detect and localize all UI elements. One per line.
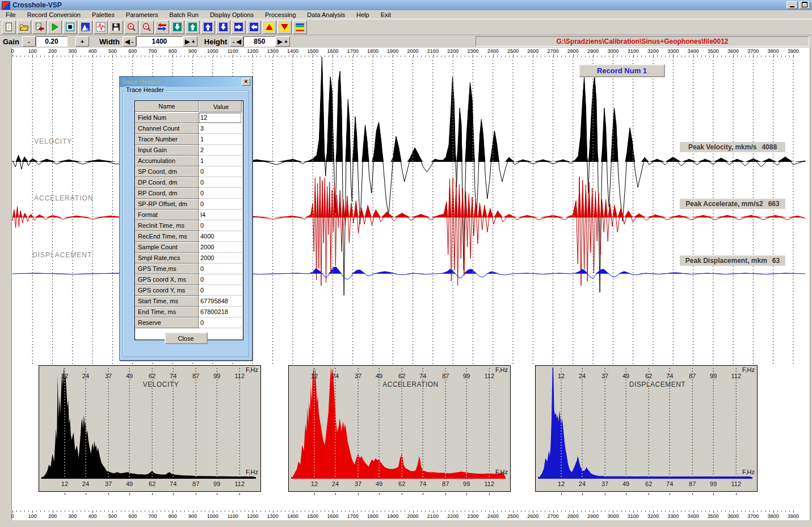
ruler-tick [77,56,77,57]
field-value[interactable]: 0 [199,188,242,199]
field-value[interactable]: 0 [199,199,242,210]
gain-value[interactable]: 0.20 [36,36,68,47]
dialog-close-icon[interactable]: × [242,78,250,86]
title-bar[interactable]: Crosshole-VSP [0,0,812,10]
field-name: End Time, ms [135,307,199,317]
field-value[interactable]: 0 [199,177,242,188]
ruler-tick [469,56,469,57]
zoom-out-button[interactable] [140,20,154,34]
field-name: Start Time, ms [135,296,199,307]
ruler-tick [149,56,149,57]
field-value[interactable]: 12 [199,112,242,123]
menu-exit[interactable]: Exit [375,11,397,18]
open-file-icon [19,22,29,32]
field-value[interactable]: I4 [199,210,242,220]
menu-processing[interactable]: Processing [259,11,301,18]
move-down-button[interactable] [216,20,230,34]
field-name: RP Coord, dm [135,188,199,199]
shift-up-teal-button[interactable] [186,20,200,34]
ruler-label: 600 [128,48,137,54]
menu-help[interactable]: Help [351,11,375,18]
width-value[interactable]: 1400 [136,36,183,47]
ruler-tick [401,511,401,512]
outer-tick [489,493,490,495]
field-value[interactable]: 1 [199,134,242,145]
peak-acceleration-label: Peak Accelerate, mm/s2663 [680,199,785,209]
menu-palettes[interactable]: Palettes [86,11,120,18]
field-value[interactable]: 2 [199,145,242,156]
menu-file[interactable]: File [0,11,22,18]
field-value[interactable]: 1 [199,156,242,166]
save-button[interactable] [109,20,123,34]
ruler-tick [12,511,13,513]
ruler-tick [601,56,601,57]
ruler-tick [209,56,209,57]
menu-parameters[interactable]: Parameters [120,11,164,18]
display-trace-button[interactable] [78,20,92,34]
zoom-in-button[interactable] [124,20,138,34]
field-value[interactable]: 0 [199,285,242,296]
freq-tick-label: 99 [710,480,717,487]
field-value[interactable]: 67800218 [199,307,242,317]
menu-batch-run[interactable]: Batch Run [164,11,204,18]
field-value[interactable]: 0 [199,274,242,285]
ruler-tick [449,56,449,57]
width-increase-button[interactable]: ▶ + [183,36,197,47]
move-left-button[interactable] [247,20,261,34]
ruler-tick [445,511,445,512]
ruler-label: 2100 [427,48,439,54]
ruler-tick [180,56,181,57]
ruler-tick [173,55,173,57]
field-value[interactable]: 2000 [199,242,242,253]
ruler-tick [281,511,281,512]
field-value[interactable]: 4000 [199,231,242,242]
gain-increase-button[interactable]: + [75,36,89,47]
height-increase-button[interactable]: ▶ + [275,36,290,47]
minimize-button[interactable] [786,1,798,9]
height-decrease-button[interactable]: - ◀ [230,36,243,47]
run-button[interactable] [48,20,62,34]
shift-down-teal-button[interactable] [170,20,184,34]
ruler-label: 800 [169,513,177,519]
field-value[interactable]: 3 [199,123,242,134]
amplitude-up-button[interactable] [262,20,276,34]
ruler-tick [633,55,634,57]
ruler-tick [393,55,393,57]
field-value[interactable]: 0 [199,166,242,177]
ruler-tick [225,511,225,512]
waveform-button[interactable] [94,20,108,34]
move-right-button[interactable] [232,20,246,34]
field-value[interactable]: 0 [199,317,242,328]
amplitude-down-button[interactable] [277,20,292,34]
new-file-button[interactable] [2,20,16,34]
dialog-title-bar[interactable]: Trace Header × [120,77,252,87]
field-value[interactable]: 2000 [199,253,242,264]
ruler-tick [577,511,578,512]
ruler-tick [197,56,197,57]
close-button[interactable]: Close [165,332,208,344]
ruler-label: 1600 [327,513,338,519]
gain-decrease-button[interactable]: - [22,36,36,47]
open-file-button[interactable] [17,20,31,34]
menu-record-conversion[interactable]: Record Conversion [22,11,86,18]
amplitude-up-icon [264,22,274,32]
ruler-tick [793,55,794,57]
menu-data-analysis[interactable]: Data Analysis [301,11,351,18]
stop-button[interactable] [63,20,77,34]
palette-bars-button[interactable] [293,20,307,34]
export-record-button[interactable] [32,20,47,34]
maximize-button[interactable] [799,1,810,9]
field-value[interactable]: 67795848 [199,296,242,307]
menu-display-options[interactable]: Display Options [204,11,259,18]
field-value[interactable]: 0 [199,264,242,274]
ruler-tick [317,56,317,57]
ruler-label: 2800 [567,48,579,54]
height-value[interactable]: 850 [243,36,275,47]
field-value[interactable]: 0 [199,220,242,231]
freq-tick-label: 112 [235,480,245,487]
width-decrease-button[interactable]: ◀ - [123,36,136,47]
peak-displacement-label: Peak Displacement, mkm63 [680,256,785,266]
swap-direction-button[interactable] [155,20,169,34]
move-up-button[interactable] [201,20,215,34]
ruler-tick [493,511,494,513]
